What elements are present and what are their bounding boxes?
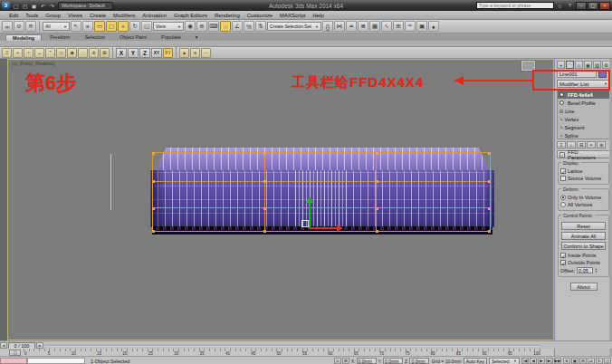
rendered-frame-icon[interactable]: ▣ [416, 21, 427, 32]
modifier-bulb-icon[interactable] [559, 92, 564, 97]
use-pivot-point-icon[interactable]: ◉ [185, 21, 196, 32]
layer-manager-icon[interactable]: ≣ [358, 21, 368, 32]
key-filters-dropdown[interactable]: Selected ▼ [489, 358, 520, 364]
select-by-name-icon[interactable]: ≡ [82, 21, 93, 32]
modifier-bulb-icon[interactable] [559, 101, 564, 105]
menu-item[interactable]: Help [309, 11, 327, 20]
workspace-dropdown[interactable]: Workspace: Default ▾ [58, 2, 113, 10]
poly-tool-icon-9[interactable]: ※ [89, 48, 99, 58]
previous-frame-icon[interactable]: ◀ [530, 358, 537, 364]
pan-icon[interactable]: ⇄ [588, 358, 595, 364]
modifier-stack-row[interactable]: Bevel Profile [558, 99, 609, 107]
modifier-stack-row[interactable]: └ Segment [558, 123, 609, 131]
ribbon-tab[interactable]: Selection [78, 34, 111, 41]
snaps-toggle-icon[interactable]: ∩ [220, 21, 231, 32]
curve-editor-icon[interactable]: ∿ [381, 21, 392, 32]
coordinate-input[interactable]: 0.0mm [383, 358, 403, 364]
poly-tool-icon-6[interactable]: ◇ [56, 48, 66, 58]
zoom-icon[interactable]: ⊕ [563, 358, 570, 364]
help-icon[interactable]: ? [566, 2, 574, 10]
control-points-button[interactable]: Animate All [561, 232, 606, 240]
named-selection-set-combo[interactable]: Create Selection Set ▼ [267, 22, 321, 31]
edit-named-sets-icon[interactable]: {} [322, 21, 333, 32]
menu-item[interactable]: Animation [139, 11, 170, 20]
menu-item[interactable]: Views [64, 11, 86, 20]
mini-curve-editor-button[interactable]: ◫ [9, 350, 21, 356]
minimize-button[interactable]: − [576, 2, 587, 10]
coordinate-input[interactable]: 0.0mm [357, 358, 377, 364]
ribbon-toggle-icon[interactable]: ▦ [369, 21, 380, 32]
viewport-menu-button[interactable]: [+] [12, 61, 17, 66]
poly-tool-icon-4[interactable]: ⌄ [34, 48, 44, 58]
axis-constraint-button[interactable]: Y [128, 48, 139, 58]
viewport-view-button[interactable]: [Front] [20, 61, 33, 66]
menu-item[interactable]: Modifiers [110, 11, 139, 20]
save-file-icon[interactable]: ▣ [30, 2, 38, 10]
ribbon-tab[interactable]: Populate [155, 34, 187, 41]
keyboard-override-icon[interactable]: ⌨ [208, 21, 219, 32]
offset-field[interactable]: 0.05 [577, 267, 593, 273]
radio-row[interactable]: Only In Volume [560, 194, 607, 201]
angle-snap-icon[interactable]: ∠ [232, 21, 243, 32]
plane-constraint-button[interactable]: XY [163, 48, 173, 58]
orbit-icon[interactable]: ↻ [596, 358, 603, 364]
track-bar-ruler[interactable]: 0510152025303540455055606570758085909510… [24, 349, 541, 356]
axis-constraint-button[interactable]: Z [139, 48, 150, 58]
dots-icon[interactable]: ⋯ [201, 48, 211, 58]
render-production-icon[interactable]: ● [428, 21, 439, 32]
ribbon-tab[interactable]: Object Paint [113, 34, 153, 41]
percent-snap-icon[interactable]: % [244, 21, 254, 32]
pyramid-icon[interactable]: ▲ [179, 48, 189, 58]
configure-modifier-sets-icon[interactable]: ≣ [597, 141, 606, 148]
coordinate-input[interactable]: 0.0mm [409, 358, 429, 364]
new-scene-icon[interactable]: ▢ [12, 2, 20, 10]
modifier-stack-row[interactable]: FFD 4x4x4 [558, 91, 609, 99]
unlink-selection-icon[interactable]: ⊘ [14, 21, 24, 32]
gizmo-y-axis[interactable] [309, 203, 311, 228]
modifier-stack-row[interactable]: ⊟ Line [558, 107, 609, 115]
ffd-control-points[interactable] [152, 152, 155, 155]
modifier-stack-row[interactable]: └ Spline [558, 131, 609, 139]
maximize-viewport-icon[interactable]: ◲ [604, 358, 611, 364]
poly-tool-icon-10[interactable]: ⊠ [100, 48, 110, 58]
time-slider-track[interactable] [45, 345, 540, 347]
previous-frame-arrow[interactable]: ◄ [0, 342, 7, 349]
play-icon[interactable]: ▶ [538, 358, 545, 364]
align-icon[interactable]: ≐ [346, 21, 357, 32]
menu-item[interactable]: Group [42, 11, 64, 20]
viewport-shading-button[interactable]: [Realistic] [35, 61, 55, 66]
macro-recorder-field[interactable] [0, 358, 27, 364]
gizmo-plane-handle[interactable] [301, 220, 309, 227]
select-object-icon[interactable]: ↖ [71, 21, 81, 32]
application-menu-button[interactable]: 3 [2, 2, 10, 10]
next-frame-icon[interactable]: ▶| [546, 358, 553, 364]
select-and-link-icon[interactable]: ∞ [2, 21, 13, 32]
reference-coordinate-dropdown[interactable]: View ▼ [153, 22, 184, 31]
select-and-scale-icon[interactable]: ◱ [141, 21, 152, 32]
axis-constraint-button[interactable]: XY [151, 48, 162, 58]
bind-to-space-warp-icon[interactable]: ≋ [25, 21, 36, 32]
poly-tool-icon-5[interactable]: ⌃ [45, 48, 55, 58]
select-and-manipulate-icon[interactable]: ⊕ [196, 21, 207, 32]
go-to-end-icon[interactable]: ▶▶ [554, 358, 561, 364]
hierarchy-tab[interactable]: ⌂ [575, 61, 583, 69]
checkbox-row[interactable]: Outside Points [560, 259, 607, 266]
poly-tool-icon-8[interactable]: ◌ [78, 48, 88, 58]
create-tab[interactable]: + [557, 61, 565, 69]
menu-item[interactable]: Customize [244, 11, 276, 20]
checkbox[interactable] [560, 168, 566, 174]
about-button[interactable]: About [570, 283, 598, 291]
menu-item[interactable]: Create [86, 11, 110, 20]
poly-tool-icon-2[interactable]: + [13, 48, 23, 58]
transform-gizmo[interactable] [299, 196, 346, 235]
zoom-extents-icon[interactable]: ▣ [571, 358, 579, 364]
auto-key-button[interactable]: Auto Key [464, 358, 487, 364]
next-frame-arrow[interactable]: ► [36, 342, 43, 349]
menu-item[interactable]: Edit [5, 11, 22, 20]
pin-stack-icon[interactable]: ↧ [557, 141, 566, 148]
modify-tab[interactable]: ◠ [566, 61, 574, 69]
ribbon-tab[interactable]: Modeling [5, 34, 42, 41]
menu-item[interactable]: Rendering [211, 11, 244, 20]
poly-tool-icon-3[interactable]: ∘ [24, 48, 33, 58]
checkbox[interactable] [560, 176, 566, 181]
